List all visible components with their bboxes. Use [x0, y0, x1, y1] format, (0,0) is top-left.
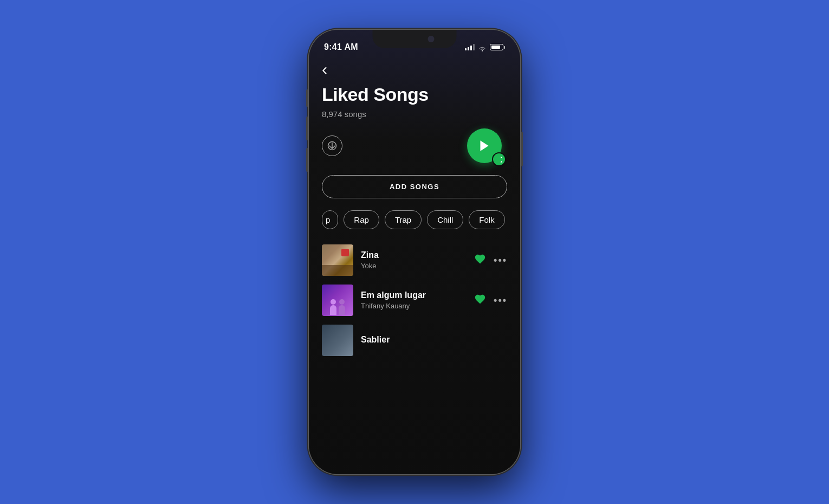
song-title: Zina [361, 250, 467, 260]
mute-button [306, 89, 308, 107]
phone-frame: 9:41 AM [309, 30, 520, 474]
song-info: Sablier [361, 335, 507, 346]
song-item: Sablier [322, 320, 507, 360]
screen: 9:41 AM [309, 30, 520, 474]
svg-line-2 [497, 157, 498, 159]
status-icons [465, 44, 505, 50]
shuffle-button[interactable] [492, 152, 506, 166]
song-actions: ••• [474, 253, 507, 267]
battery-icon [490, 44, 505, 50]
phone-wrapper: 9:41 AM [309, 30, 520, 474]
add-songs-button[interactable]: ADD SONGS [322, 175, 507, 198]
song-artist: Yoke [361, 262, 467, 270]
add-songs-label: ADD SONGS [390, 183, 439, 191]
back-button[interactable]: ‹ [322, 59, 507, 77]
genre-pills-row: p Rap Trap Chill Folk Indie [309, 210, 507, 229]
genre-pill-chill[interactable]: Chill [427, 210, 463, 229]
notch [373, 30, 457, 48]
song-art-sablier [322, 325, 353, 356]
volume-down-button [306, 148, 308, 172]
song-item: Em algum lugar Thifany Kauany ••• [322, 280, 507, 320]
song-info: Em algum lugar Thifany Kauany [361, 290, 467, 310]
heart-button[interactable] [474, 253, 486, 267]
action-row [322, 128, 507, 163]
signal-icon [465, 44, 475, 50]
power-button [521, 132, 523, 166]
genre-pill-folk[interactable]: Folk [469, 210, 504, 229]
svg-marker-1 [480, 140, 488, 151]
genre-pill-trap[interactable]: Trap [385, 210, 422, 229]
play-shuffle-group [467, 128, 502, 163]
page-title: Liked Songs [322, 84, 507, 105]
song-artist: Thifany Kauany [361, 302, 467, 310]
volume-up-button [306, 117, 308, 140]
download-button[interactable] [322, 135, 342, 156]
song-info: Zina Yoke [361, 250, 467, 270]
song-title: Sablier [361, 335, 507, 345]
genre-pill-rap[interactable]: Rap [344, 210, 379, 229]
status-time: 9:41 AM [324, 42, 358, 52]
song-art-em [322, 285, 353, 316]
song-actions: ••• [474, 293, 507, 307]
heart-button[interactable] [474, 293, 486, 307]
song-count: 8,974 songs [322, 109, 507, 119]
song-item: Zina Yoke ••• [322, 240, 507, 280]
song-art-zina [322, 244, 353, 276]
page-background: 9:41 AM [0, 0, 829, 504]
wifi-icon [478, 44, 487, 50]
genre-pill-partial[interactable]: p [322, 210, 338, 229]
song-title: Em algum lugar [361, 290, 467, 300]
more-button[interactable]: ••• [494, 295, 507, 306]
song-list: Zina Yoke ••• [322, 240, 507, 360]
app-content: ‹ Liked Songs 8,974 songs [309, 59, 520, 360]
more-button[interactable]: ••• [494, 255, 507, 266]
